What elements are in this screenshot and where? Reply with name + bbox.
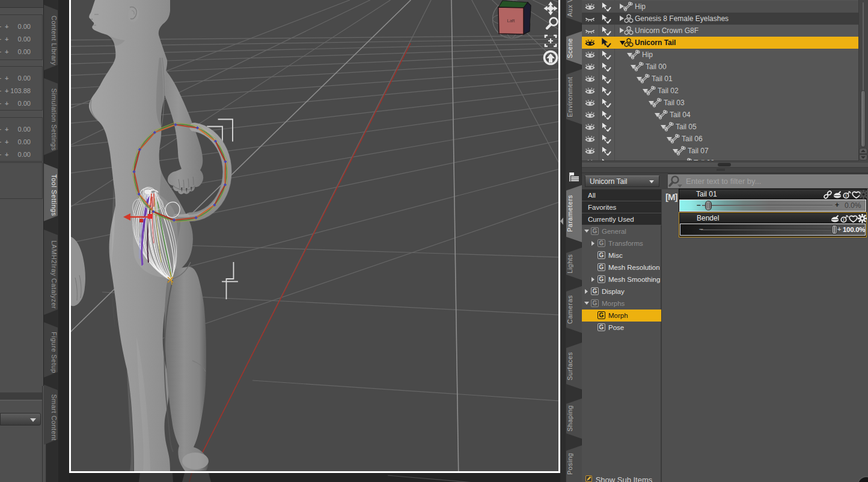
svg-text:i: i (846, 194, 847, 198)
svg-text:i: i (843, 218, 845, 222)
svg-text:Laft: Laft (507, 18, 515, 23)
